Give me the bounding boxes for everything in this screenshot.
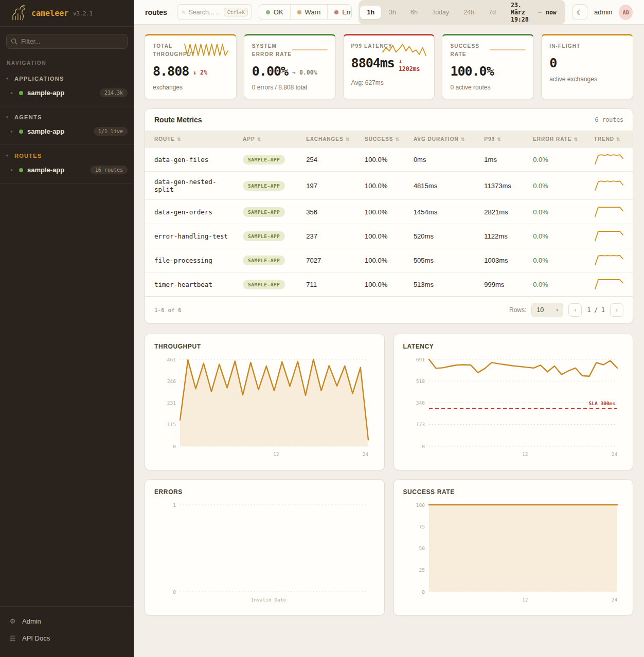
table-row[interactable]: error-handling-test SAMPLE-APP 237 100.0… xyxy=(145,224,633,248)
chart-card-success-rate: SUCCESS RATE 02550751001224 xyxy=(393,479,634,616)
rows-per-page-select[interactable]: 10 ▾ xyxy=(531,303,563,317)
sidebar-footer: ⚙ Admin ☰ API Docs xyxy=(0,606,134,657)
time-range-3h-button[interactable]: 3h xyxy=(382,6,403,19)
kpi-subtitle: Avg: 627ms xyxy=(351,79,427,86)
table-row[interactable]: data-gen-files SAMPLE-APP 254 100.0% 0ms… xyxy=(145,148,633,172)
nav-section-label: NAVIGATION xyxy=(7,60,127,66)
kpi-system-error-rate: SYSTEM ERROR RATE 0.00% → 0.00% 0 errors… xyxy=(244,34,336,99)
column-header-p99[interactable]: P99⇅ xyxy=(479,131,528,148)
time-range-7d-button[interactable]: 7d xyxy=(482,6,503,19)
routes-count: 6 routes xyxy=(595,116,623,123)
list-icon: ☰ xyxy=(9,634,16,642)
charts-grid: THROUGHPUT 01152313464611224 LATENCY 017… xyxy=(145,334,633,616)
time-range-6h-button[interactable]: 6h xyxy=(404,6,424,19)
dashboard-content: TOTAL THROUGHPUT 8.808 ↓ 2% exchanges SY… xyxy=(134,25,644,657)
svg-text:12: 12 xyxy=(273,451,279,457)
filter-label: Warn xyxy=(305,8,321,16)
chevron-down-icon: ▾ xyxy=(6,77,10,81)
route-metrics-table: ROUTE⇅ APP⇅ EXCHANGES⇅ SUCCESS⇅ AVG DURA… xyxy=(145,131,633,296)
svg-text:100: 100 xyxy=(416,502,424,508)
sparkline-chart xyxy=(184,43,229,57)
column-header-route[interactable]: ROUTE⇅ xyxy=(145,131,238,148)
column-header-success[interactable]: SUCCESS⇅ xyxy=(360,131,408,148)
chevron-down-icon: ▾ xyxy=(6,154,10,158)
prev-page-button[interactable]: ‹ xyxy=(568,303,582,317)
column-header-avg-duration[interactable]: AVG DURATION⇅ xyxy=(408,131,479,148)
app-badge: SAMPLE-APP xyxy=(243,231,285,241)
sidebar-section-agents[interactable]: ▾ AGENTS xyxy=(0,111,134,123)
theme-toggle-button[interactable]: ☾ xyxy=(572,4,587,20)
page-indicator: 1 / 1 xyxy=(587,306,605,314)
item-label: sample-app xyxy=(27,166,64,174)
column-header-app[interactable]: APP⇅ xyxy=(238,131,301,148)
search-box[interactable]: Ctrl+K xyxy=(177,4,252,20)
trend-sparkline xyxy=(594,230,624,242)
throughput-chart: 01152313464611224 xyxy=(154,354,374,460)
svg-text:12: 12 xyxy=(522,597,527,603)
sidebar-item-sample-app-application[interactable]: ▸ sample-app 214.3k xyxy=(0,85,134,101)
filter-input[interactable] xyxy=(6,34,128,49)
column-header-trend[interactable]: TREND⇅ xyxy=(589,131,633,148)
date-range-display[interactable]: 23. März 19:28 — now xyxy=(504,2,564,23)
svg-text:75: 75 xyxy=(419,524,424,530)
sidebar-item-admin[interactable]: ⚙ Admin xyxy=(0,613,134,630)
sort-icon: ⇅ xyxy=(497,137,502,142)
sparkline-chart xyxy=(489,43,526,57)
table-row[interactable]: data-gen-nested-split SAMPLE-APP 197 100… xyxy=(145,172,633,200)
table-row[interactable]: file-processing SAMPLE-APP 7027 100.0% 5… xyxy=(145,248,633,272)
column-header-error-rate[interactable]: ERROR RATE⇅ xyxy=(528,131,589,148)
count-badge: 16 routes xyxy=(91,166,128,174)
top-header: routes Ctrl+K OK Warn xyxy=(134,0,644,25)
avatar[interactable]: AD xyxy=(619,5,633,20)
next-page-button[interactable]: › xyxy=(610,303,623,317)
table-header-row: ROUTE⇅ APP⇅ EXCHANGES⇅ SUCCESS⇅ AVG DURA… xyxy=(145,131,633,148)
date-separator: — xyxy=(538,9,542,16)
panel-title: Route Metrics xyxy=(154,116,202,124)
time-range-today-button[interactable]: Today xyxy=(425,6,456,19)
kpi-delta: → 0.00% xyxy=(292,69,317,76)
app-badge: SAMPLE-APP xyxy=(243,181,285,191)
time-range-1h-button[interactable]: 1h xyxy=(360,6,381,19)
table-footer: 1-6 of 6 Rows: 10 ▾ ‹ 1 / 1 › xyxy=(145,296,633,323)
sidebar-item-sample-app-routes[interactable]: ▸ sample-app 16 routes xyxy=(0,162,134,178)
breadcrumb: routes xyxy=(145,8,167,16)
kpi-delta-value: 1202ms xyxy=(399,65,420,73)
trend-sparkline xyxy=(594,206,624,217)
kpi-title: IN-FLIGHT xyxy=(549,42,596,50)
filter-error-button[interactable]: Error xyxy=(328,5,352,20)
trend-sparkline xyxy=(594,254,624,266)
time-range-24h-button[interactable]: 24h xyxy=(457,6,481,19)
sidebar-item-sample-app-agent[interactable]: ▸ sample-app 1/1 live xyxy=(0,123,134,139)
app-badge: SAMPLE-APP xyxy=(243,256,285,265)
search-input[interactable] xyxy=(188,9,220,16)
filter-label: OK xyxy=(274,8,283,16)
chart-title: THROUGHPUT xyxy=(154,343,375,350)
gear-icon: ⚙ xyxy=(9,617,16,625)
filter-warn-button[interactable]: Warn xyxy=(291,5,328,20)
filter-label: Error xyxy=(342,8,352,16)
kpi-value: 0.00% xyxy=(252,65,288,78)
sidebar-item-api-docs[interactable]: ☰ API Docs xyxy=(0,630,134,647)
kpi-total-throughput: TOTAL THROUGHPUT 8.808 ↓ 2% exchanges xyxy=(145,34,237,99)
svg-text:115: 115 xyxy=(167,422,176,427)
table-row[interactable]: timer-heartbeat SAMPLE-APP 711 100.0% 51… xyxy=(145,272,633,297)
brand-name: cameleer xyxy=(31,9,68,18)
svg-text:SLA 300ms: SLA 300ms xyxy=(588,400,615,406)
chart-card-errors: ERRORS 01Invalid Date xyxy=(145,479,385,616)
trend-sparkline xyxy=(594,180,624,191)
sidebar-section-applications[interactable]: ▾ APPLICATIONS xyxy=(0,72,134,85)
table-row[interactable]: data-gen-orders SAMPLE-APP 356 100.0% 14… xyxy=(145,200,633,224)
nav-section-routes: ▾ ROUTES ▸ sample-app 16 routes xyxy=(0,145,134,184)
sidebar-section-routes[interactable]: ▾ ROUTES xyxy=(0,150,134,162)
count-badge: 214.3k xyxy=(100,88,128,97)
column-header-exchanges[interactable]: EXCHANGES⇅ xyxy=(301,131,360,148)
svg-text:50: 50 xyxy=(419,545,425,551)
success-rate-chart: 02550751001224 xyxy=(403,500,623,605)
nav-section-applications: ▾ APPLICATIONS ▸ sample-app 214.3k xyxy=(0,68,134,106)
section-label: APPLICATIONS xyxy=(14,76,64,82)
kpi-subtitle: active exchanges xyxy=(549,76,625,83)
status-dot-icon xyxy=(19,130,23,134)
chart-title: ERRORS xyxy=(154,488,375,496)
filter-ok-button[interactable]: OK xyxy=(259,5,291,20)
svg-text:346: 346 xyxy=(167,378,176,384)
